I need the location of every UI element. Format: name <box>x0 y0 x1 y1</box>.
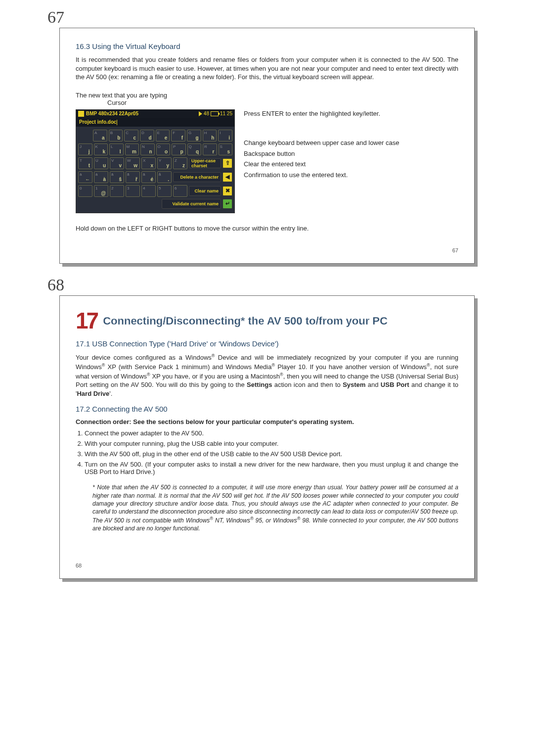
section-16-3-title: 16.3 Using the Virtual Keyboard <box>76 42 458 50</box>
section-17-1-title: 17.1 USB Connection Type ('Hard Drive' o… <box>76 339 458 348</box>
section-16-3-intro: It is recommended that you create folder… <box>76 55 458 82</box>
connection-steps: Connect the power adapter to the AV 500.… <box>76 429 458 475</box>
backspace-icon: ◀ <box>222 172 232 182</box>
key-2: 2 <box>110 185 124 197</box>
key-acc6: å. <box>157 171 172 183</box>
enter-icon: ↵ <box>222 199 232 209</box>
key-0: 0 <box>78 185 92 197</box>
key-c: Cc <box>124 130 138 142</box>
key-j: Jj <box>78 143 92 155</box>
key-acc2: áà <box>94 171 108 183</box>
step-1: Connect the power adapter to the AV 500. <box>85 429 458 437</box>
key-3: 3 <box>126 185 140 197</box>
key-u: Uu <box>94 157 108 169</box>
key-w: Ww <box>126 157 140 169</box>
vk-filename: Project info.doc <box>79 119 117 125</box>
note-validate: Confirmation to use the entered text. <box>244 171 458 180</box>
step-2: With your computer running, plug the USB… <box>85 440 458 447</box>
action-validate-name: Validate current name <box>162 199 221 209</box>
key-p: Pp <box>172 143 186 155</box>
key-m: Mm <box>125 143 139 155</box>
key-l: Ll <box>109 143 124 155</box>
speaker-icon <box>199 111 202 116</box>
connection-order-title: Connection order: See the sections below… <box>76 418 458 425</box>
outer-page-number-67: 67 <box>47 8 475 27</box>
action-upper-case: Upper-case charset <box>189 158 221 168</box>
chapter-17-header: 17 Connecting/Disconnecting* the AV 500 … <box>76 312 458 331</box>
vk-side-notes: Press ENTER to enter the highlighted key… <box>244 109 458 182</box>
virtual-keyboard-figure: BMP 480x234 22Apr05 48 11 25 Project inf… <box>76 109 235 213</box>
key-f: Ff <box>171 130 185 142</box>
key-r: Rr <box>203 143 217 155</box>
clear-icon: ✖ <box>222 186 232 196</box>
shift-icon: ⇧ <box>222 158 232 168</box>
step-4: Turn on the AV 500. (If your computer as… <box>85 461 458 475</box>
vk-title-text: BMP 480x234 22Apr05 <box>86 111 199 116</box>
key-acc3: âŝ <box>110 171 124 183</box>
key-o: Oo <box>156 143 171 155</box>
vk-filename-row: Project info.doc <box>76 118 234 127</box>
key-n: Nn <box>140 143 155 155</box>
key-1: 1@ <box>94 185 108 197</box>
key-s: Ss <box>219 143 233 155</box>
key-acc5: äé <box>141 171 156 183</box>
key-4: 4 <box>141 185 156 197</box>
key-acc1: à← <box>78 171 92 183</box>
action-delete-char: Delete a character <box>173 172 221 182</box>
key-v: Vv <box>110 157 124 169</box>
inner-page-number-68: 68 <box>76 563 458 568</box>
key-t: Tt <box>78 157 92 169</box>
page-67: 16.3 Using the Virtual Keyboard It is re… <box>59 28 475 264</box>
key-b: Bb <box>109 130 123 142</box>
label-typing: The new text that you are typing <box>76 92 458 99</box>
vk-cursor <box>117 120 117 125</box>
note-backspace: Backspace button <box>244 149 458 158</box>
key-acc4: ãř <box>126 171 140 183</box>
key-d: Dd <box>140 130 154 142</box>
vk-keys: Aa Bb Cc Dd Ee Ff Gg Hh Ii Jj <box>76 127 234 213</box>
note-press-enter: Press ENTER to enter the highlighted key… <box>244 109 458 118</box>
action-clear-name: Clear name <box>189 186 221 196</box>
outer-page-number-68: 68 <box>47 276 475 294</box>
key-g: Gg <box>187 130 201 142</box>
key-q: Qq <box>187 143 202 155</box>
inner-page-number-67: 67 <box>76 247 458 253</box>
step-3: With the AV 500 off, plug in the other e… <box>85 450 458 458</box>
key-k: Kk <box>94 143 108 155</box>
label-cursor: Cursor <box>107 99 458 106</box>
footnote: * Note that when the AV 500 is connected… <box>92 483 458 532</box>
chapter-title: Connecting/Disconnecting* the AV 500 to/… <box>103 315 388 328</box>
key-5: 5 <box>157 185 172 197</box>
vk-titlebar: BMP 480x234 22Apr05 48 11 25 <box>76 110 234 118</box>
battery-icon <box>211 111 219 116</box>
key-h: Hh <box>203 130 217 142</box>
key-x: Xx <box>141 157 156 169</box>
key-6: 6 <box>173 185 187 197</box>
note-change-case: Change keyboard between upper case and l… <box>244 139 458 147</box>
vk-time: 11 25 <box>220 111 232 116</box>
key-y: Yy <box>157 157 172 169</box>
section-17-1-body: Your device comes configured as a Window… <box>76 353 458 398</box>
chapter-number: 17 <box>76 312 97 331</box>
note-clear: Clear the entered text <box>244 160 458 169</box>
key-z: Zz <box>173 157 187 169</box>
key-e: Ee <box>156 130 170 142</box>
vk-volume: 48 <box>204 111 209 116</box>
file-icon <box>78 111 84 117</box>
section-17-2-title: 17.2 Connecting the AV 500 <box>76 405 458 413</box>
page-68: 17 Connecting/Disconnecting* the AV 500 … <box>59 295 475 579</box>
key-a: Aa <box>93 130 107 142</box>
cursor-hint: Hold down on the LEFT or RIGHT buttons t… <box>76 224 458 233</box>
key-i: Ii <box>218 130 232 142</box>
